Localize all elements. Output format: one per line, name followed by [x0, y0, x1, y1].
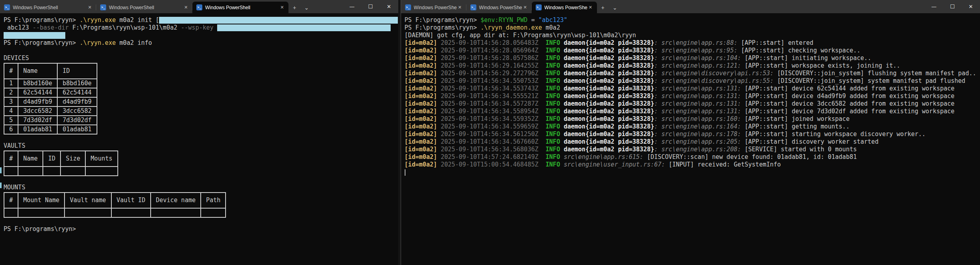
text-cursor — [405, 169, 405, 176]
log-line: [id=m0a2] 2025-09-10T14:56:34.550753Z IN… — [405, 77, 980, 85]
vaults-table: #NameIDSizeMounts — [4, 151, 118, 176]
left-window-controls: — ☐ ✕ — [343, 0, 398, 13]
powershell-icon: >_ — [4, 4, 10, 10]
log-line: [id=m0a2] 2025-09-10T14:56:34.553743Z IN… — [405, 85, 980, 92]
desktop: >_ Windows PowerShell ✕ >_ Windows Power… — [0, 0, 980, 265]
tab-close-icon[interactable]: ✕ — [279, 4, 285, 11]
log-line: [id=m0a2] 2025-09-10T14:56:28.057586Z IN… — [405, 54, 980, 62]
log-line: [id=m0a2] 2025-09-10T14:57:24.682149Z IN… — [405, 153, 980, 161]
tab-dropdown-button[interactable]: ⌄ — [300, 2, 313, 13]
command-line: PS F:\programs\ryyn> .\ryyn.exe m0a2 inf… — [4, 39, 398, 47]
devices-section-title: DEVICES — [4, 54, 398, 62]
tab-close-icon[interactable]: ✕ — [587, 4, 594, 11]
vaults-section-title: VAULTS — [4, 142, 398, 150]
log-line: [id=m0a2] 2025-09-10T14:56:34.557287Z IN… — [405, 100, 980, 108]
table-row: 1b8bd160eb8bd160e — [4, 79, 97, 88]
mounts-section-title: MOUNTS — [4, 184, 398, 191]
left-terminal[interactable]: PS F:\programs\ryyn> .\ryyn.exe m0a2 ini… — [0, 13, 398, 265]
selection-edge-mark — [0, 183, 2, 188]
table-row: 43dcc65823dcc6582 — [4, 106, 97, 116]
daemon-output-line: [DAEMON] got cfg, app dir at: F:\Program… — [405, 32, 980, 39]
table-row: 57d3d02df7d3d02df — [4, 116, 97, 125]
tab-windows-powershell-3-active[interactable]: >_ Windows PowerShell ✕ — [532, 2, 597, 13]
mounts-table: #Mount NameVault nameVault IDDevice name… — [4, 192, 226, 218]
log-line: [id=m0a2] 2025-09-10T14:56:28.056483Z IN… — [405, 39, 980, 47]
log-line: [id=m0a2] 2025-09-10T14:56:29.272796Z IN… — [405, 70, 980, 77]
vaults-header-row: #NameIDSizeMounts — [4, 151, 118, 167]
new-tab-button[interactable]: + — [288, 2, 300, 13]
selection-edge-mark — [0, 167, 2, 173]
devices-header-row: #NameID — [4, 63, 97, 79]
tab-label: Windows PowerShell — [479, 5, 522, 10]
powershell-icon: >_ — [196, 4, 202, 10]
log-line: [id=m0a2] 2025-09-10T14:56:34.559659Z IN… — [405, 123, 980, 130]
command-wrap-line: abc123 --base-dir F:\Programs\ryyn\wsp-1… — [4, 24, 398, 32]
tab-windows-powershell-1[interactable]: >_ Windows PowerShell ✕ — [401, 2, 466, 13]
tab-windows-powershell-2[interactable]: >_ Windows PowerShell ✕ — [466, 2, 532, 13]
right-window-controls: — ☐ ✕ — [925, 0, 980, 13]
command-line: PS F:\programs\ryyn> $env:RYYN_PWD = "ab… — [405, 16, 980, 24]
tab-label: Windows PowerShell — [109, 5, 183, 10]
redacted-selection-block — [217, 24, 391, 31]
tab-close-icon[interactable]: ✕ — [522, 4, 528, 11]
close-button[interactable]: ✕ — [380, 0, 398, 13]
log-line: [id=m0a2] 2025-09-10T14:56:34.568036Z IN… — [405, 146, 980, 153]
tab-windows-powershell-2[interactable]: >_ Windows PowerShell ✕ — [96, 2, 192, 13]
log-line: [id=m0a2] 2025-09-10T14:56:34.559352Z IN… — [405, 115, 980, 123]
table-row: 262c5414462c54144 — [4, 88, 97, 97]
tab-label: Windows PowerShell — [205, 5, 279, 10]
command-line: PS F:\programs\ryyn> .\ryyn_daemon.exe m… — [405, 24, 980, 32]
tab-label: Windows PowerShell — [414, 5, 457, 10]
new-tab-button[interactable]: + — [597, 2, 609, 13]
log-line: [id=m0a2] 2025-09-10T14:56:28.056964Z IN… — [405, 47, 980, 54]
log-line: [id=m0a2] 2025-09-10T14:56:34.561250Z IN… — [405, 130, 980, 138]
right-terminal[interactable]: PS F:\programs\ryyn> $env:RYYN_PWD = "ab… — [401, 13, 980, 265]
powershell-icon: >_ — [405, 4, 411, 10]
powershell-window-left: >_ Windows PowerShell ✕ >_ Windows Power… — [0, 0, 398, 265]
powershell-window-right: >_ Windows PowerShell ✕ >_ Windows Power… — [401, 0, 980, 265]
close-button[interactable]: ✕ — [962, 0, 980, 13]
log-line: [id=m0a2] 2025-09-10T14:56:34.558954Z IN… — [405, 108, 980, 115]
redacted-line — [4, 32, 398, 39]
right-tab-bar: >_ Windows PowerShell ✕ >_ Windows Power… — [401, 0, 980, 13]
minimize-button[interactable]: — — [343, 0, 361, 13]
devices-table: #NameID 1b8bd160eb8bd160e262c5414462c541… — [4, 63, 97, 135]
tab-close-icon[interactable]: ✕ — [87, 4, 93, 11]
table-row — [4, 208, 226, 217]
minimize-button[interactable]: — — [925, 0, 943, 13]
tab-windows-powershell-1[interactable]: >_ Windows PowerShell ✕ — [0, 2, 96, 13]
tab-label: Windows PowerShell — [13, 5, 87, 10]
tab-windows-powershell-3-active[interactable]: >_ Windows PowerShell ✕ — [192, 2, 288, 13]
prompt-line: PS F:\programs\ryyn> — [4, 225, 398, 233]
command-line: PS F:\programs\ryyn> .\ryyn.exe m0a2 ini… — [4, 16, 398, 24]
tab-dropdown-button[interactable]: ⌄ — [609, 2, 621, 13]
maximize-button[interactable]: ☐ — [361, 0, 380, 13]
redacted-selection-block — [4, 32, 65, 39]
log-line: [id=m0a2] 2025-09-10T14:56:34.555521Z IN… — [405, 92, 980, 100]
table-row — [4, 167, 118, 176]
cursor-line — [405, 169, 980, 176]
table-row: 601adab8101adab81 — [4, 125, 97, 134]
powershell-icon: >_ — [100, 4, 106, 10]
mounts-header-row: #Mount NameVault nameVault IDDevice name… — [4, 193, 226, 208]
left-tab-bar: >_ Windows PowerShell ✕ >_ Windows Power… — [0, 0, 398, 13]
powershell-icon: >_ — [470, 4, 476, 10]
table-row: 3d4ad9fb9d4ad9fb9 — [4, 97, 97, 106]
redacted-selection-block — [159, 17, 398, 24]
log-line: [id=m0a2] 2025-09-10T14:56:34.567660Z IN… — [405, 138, 980, 146]
powershell-icon: >_ — [536, 4, 542, 10]
log-lines: [id=m0a2] 2025-09-10T14:56:28.056483Z IN… — [405, 39, 980, 169]
maximize-button[interactable]: ☐ — [943, 0, 962, 13]
tab-close-icon[interactable]: ✕ — [183, 4, 189, 11]
log-line: [id=m0a2] 2025-09-10T14:56:29.164255Z IN… — [405, 62, 980, 70]
log-line: [id=m0a2] 2025-09-10T15:00:54.468485Z IN… — [405, 161, 980, 169]
tab-close-icon[interactable]: ✕ — [457, 4, 463, 11]
tab-label: Windows PowerShell — [544, 5, 587, 10]
